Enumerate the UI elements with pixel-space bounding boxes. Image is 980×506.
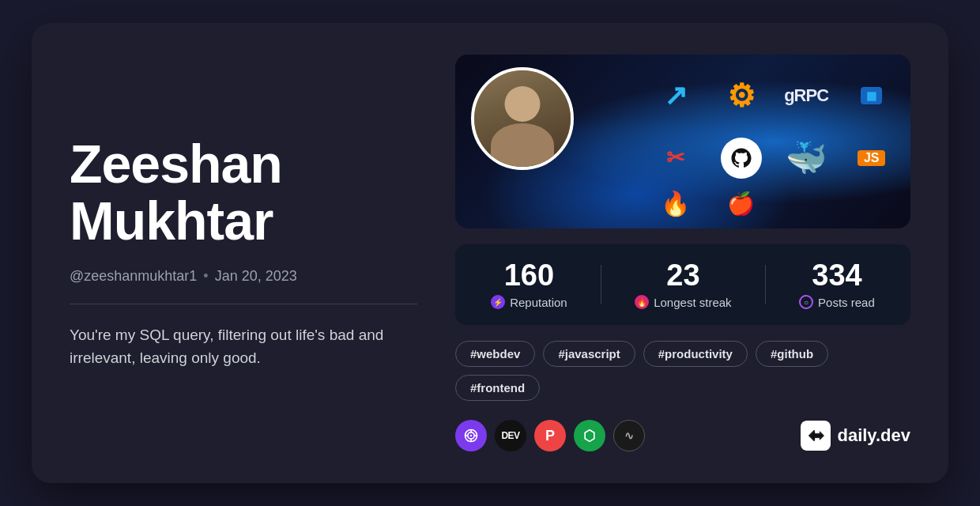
profile-banner: ↗ ⚙ gRPC ▦ ✂ 🐳 JS 🔥 🍎 <box>455 55 910 228</box>
avatar <box>471 67 574 170</box>
username: ZeeshanMukhtar <box>70 136 417 249</box>
svg-point-2 <box>470 435 473 437</box>
tag-javascript[interactable]: #javascript <box>543 341 635 367</box>
stat-streak: 23 🔥 Longest streak <box>635 260 731 309</box>
banner-docker-icon: 🐳 <box>786 142 827 175</box>
tag-frontend[interactable]: #frontend <box>455 375 540 401</box>
banner-apple-icon: 🍎 <box>727 193 755 215</box>
platform-icon-target[interactable] <box>455 420 487 451</box>
banner-icon-arrow: ↗ <box>664 81 688 110</box>
stat-posts-read: 334 ○ Posts read <box>799 260 875 309</box>
dailydev-icon <box>801 421 831 451</box>
handle: @zeeshanmukhtar1 <box>70 268 197 285</box>
banner-grpc-text: gRPC <box>784 85 828 106</box>
bottom-row: DEV P ∿ <box>455 420 910 451</box>
stats-row: 160 ⚡ Reputation 23 🔥 Longest streak 334… <box>455 244 910 325</box>
tag-github[interactable]: #github <box>756 341 828 367</box>
right-section: ↗ ⚙ gRPC ▦ ✂ 🐳 JS 🔥 🍎 <box>455 55 910 451</box>
banner-github-icon <box>721 138 762 179</box>
banner-icon-git: ✂ <box>666 147 684 169</box>
profile-card: ZeeshanMukhtar @zeeshanmukhtar1 • Jan 20… <box>32 23 948 483</box>
brand-name-bold: .dev <box>876 425 910 445</box>
tag-productivity[interactable]: #productivity <box>643 341 748 367</box>
avatar-image <box>474 70 571 167</box>
left-section: ZeeshanMukhtar @zeeshanmukhtar1 • Jan 20… <box>70 136 417 370</box>
posts-read-label: ○ Posts read <box>799 295 875 309</box>
bio: You're my SQL query, filtering out life'… <box>70 323 386 370</box>
brand-name: daily.dev <box>837 425 910 446</box>
separator: • <box>203 268 208 285</box>
platform-icon-producthunt[interactable]: P <box>534 420 566 451</box>
platform-icon-dev[interactable]: DEV <box>495 420 526 451</box>
banner-icon-box: ▦ <box>861 87 882 104</box>
banner-icon-gear: ⚙ <box>727 80 756 111</box>
stat-reputation: 160 ⚡ Reputation <box>491 260 567 309</box>
reputation-value: 160 <box>504 260 554 290</box>
platform-icon-freecodecamp[interactable]: ∿ <box>613 420 645 451</box>
banner-js-text: JS <box>858 150 886 166</box>
streak-label: 🔥 Longest streak <box>635 295 731 309</box>
platform-icons: DEV P ∿ <box>455 420 645 451</box>
join-date: Jan 20, 2023 <box>215 268 297 285</box>
brand-name-regular: daily <box>837 425 876 445</box>
reputation-icon: ⚡ <box>491 295 505 309</box>
handle-date: @zeeshanmukhtar1 • Jan 20, 2023 <box>70 268 417 285</box>
platform-icon-codechef[interactable] <box>574 420 605 451</box>
stat-divider-2 <box>765 265 766 304</box>
banner-fire-icon: 🔥 <box>661 192 690 216</box>
posts-icon: ○ <box>799 295 813 309</box>
tag-webdev[interactable]: #webdev <box>455 341 535 367</box>
stat-divider-1 <box>601 265 601 304</box>
banner-tech-icons: ↗ ⚙ gRPC ▦ ✂ 🐳 JS 🔥 🍎 <box>615 55 910 228</box>
streak-icon: 🔥 <box>635 295 649 309</box>
posts-read-value: 334 <box>812 260 861 290</box>
tags-section: #webdev #javascript #productivity #githu… <box>455 341 910 401</box>
divider <box>70 304 417 304</box>
streak-value: 23 <box>666 260 699 290</box>
reputation-label: ⚡ Reputation <box>491 295 567 309</box>
brand-logo: daily.dev <box>801 421 910 451</box>
